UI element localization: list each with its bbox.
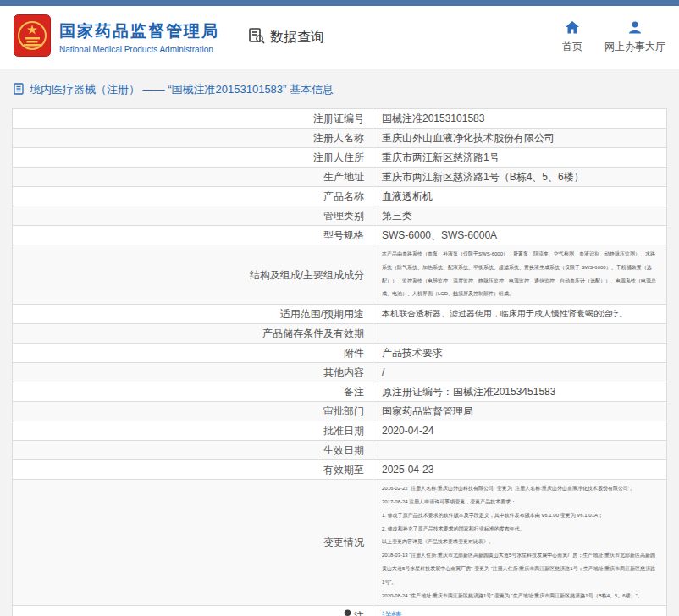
row-management-class: 管理类别 第三类 xyxy=(13,206,667,226)
field-value: 血液透析机 xyxy=(373,187,667,206)
nav-online-hall[interactable]: 网上办事大厅 xyxy=(604,21,665,54)
field-value: 本机联合透析器、滤过器使用，临床用于成人慢性肾衰竭的治疗。 xyxy=(373,305,667,324)
field-label: 生效日期 xyxy=(13,441,373,460)
row-note: 注 详情 xyxy=(13,606,667,616)
nav-home-label: 首页 xyxy=(562,40,582,54)
field-label: 注册人名称 xyxy=(13,129,373,148)
field-value: 国家药品监督管理局 xyxy=(373,402,667,421)
row-intended-use: 适用范围/预期用途 本机联合透析器、滤过器使用，临床用于成人慢性肾衰竭的治疗。 xyxy=(13,305,667,324)
row-structure-composition: 结构及组成/主要组成成分 本产品由血路系统（血泵、补液泵（仅限于SWS-6000… xyxy=(13,245,667,305)
field-value: 重庆山外山血液净化技术股份有限公司 xyxy=(373,129,667,148)
data-query-label: 数据查询 xyxy=(270,29,324,47)
field-label: 批准日期 xyxy=(13,421,373,441)
row-approval-department: 审批部门 国家药品监督管理局 xyxy=(13,402,667,421)
row-effective-date: 生效日期 xyxy=(13,441,667,460)
breadcrumb: 境内医疗器械（注册） —— “国械注准20153101583” 基本信息 xyxy=(12,69,667,108)
note-label: 注 xyxy=(354,609,364,616)
row-storage-conditions: 产品储存条件及有效期 xyxy=(13,324,667,344)
row-approval-date: 批准日期 2020-04-24 xyxy=(13,421,667,441)
details-link[interactable]: 详情 xyxy=(382,610,402,616)
field-value: 产品技术要求 xyxy=(373,344,667,363)
field-label: 变更情况 xyxy=(13,480,373,606)
field-value: SWS-6000、SWS-6000A xyxy=(373,226,667,245)
field-label: 生产地址 xyxy=(13,168,373,187)
field-value: 原注册证编号：国械注准20153451583 xyxy=(373,382,667,402)
field-label: 管理类别 xyxy=(13,206,373,226)
field-value: / xyxy=(373,363,667,382)
document-search-icon xyxy=(248,27,265,47)
registration-info-table: 注册证编号 国械注准20153101583 注册人名称 重庆山外山血液净化技术股… xyxy=(12,108,667,616)
field-label: 注 xyxy=(13,606,373,616)
field-value: 重庆市两江新区慈济路1号 xyxy=(373,148,667,168)
row-other-content: 其他内容 / xyxy=(13,363,667,382)
field-label: 注册人住所 xyxy=(13,148,373,168)
note-bulb-icon xyxy=(344,609,351,616)
field-value: 第三类 xyxy=(373,206,667,226)
field-value: 重庆市两江新区慈济路1号（B栋4、5、6楼） xyxy=(373,168,667,187)
field-label: 审批部门 xyxy=(13,402,373,421)
top-accent-bar xyxy=(0,0,679,6)
site-title: 国家药品监督管理局 xyxy=(59,20,219,42)
row-registrant-name: 注册人名称 重庆山外山血液净化技术股份有限公司 xyxy=(13,129,667,148)
field-label: 型号规格 xyxy=(13,226,373,245)
data-query-section-title: 数据查询 xyxy=(248,27,324,47)
field-label: 产品名称 xyxy=(13,187,373,206)
field-value: 2025-04-23 xyxy=(373,460,667,480)
header-nav: 首页 网上办事大厅 xyxy=(562,21,665,54)
field-value xyxy=(373,441,667,460)
row-model-spec: 型号规格 SWS-6000、SWS-6000A xyxy=(13,226,667,245)
row-registration-number: 注册证编号 国械注准20153101583 xyxy=(13,109,667,129)
row-remark: 备注 原注册证编号：国械注准20153451583 xyxy=(13,382,667,402)
row-change-history: 变更情况 2016-02-22 “注册人名称:重庆山外山科技有限公司” 变更为 … xyxy=(13,480,667,606)
row-product-name: 产品名称 血液透析机 xyxy=(13,187,667,206)
field-label: 其他内容 xyxy=(13,363,373,382)
field-value: 国械注准20153101583 xyxy=(373,109,667,129)
home-icon xyxy=(566,21,579,36)
document-icon xyxy=(14,83,24,97)
person-icon xyxy=(628,21,642,36)
nav-home[interactable]: 首页 xyxy=(562,21,582,54)
field-label: 产品储存条件及有效期 xyxy=(13,324,373,344)
row-production-address: 生产地址 重庆市两江新区慈济路1号（B栋4、5、6楼） xyxy=(13,168,667,187)
field-label: 适用范围/预期用途 xyxy=(13,305,373,324)
field-label: 备注 xyxy=(13,382,373,402)
row-attachment: 附件 产品技术要求 xyxy=(13,344,667,363)
row-registrant-address: 注册人住所 重庆市两江新区慈济路1号 xyxy=(13,148,667,168)
field-value: 本产品由血路系统（血泵、补液泵（仅限于SWS-6000）、肝素泵、阻流夹、空气检… xyxy=(373,245,667,305)
nav-hall-label: 网上办事大厅 xyxy=(604,40,665,54)
site-subtitle: National Medical Products Administration xyxy=(59,45,219,54)
field-label: 附件 xyxy=(13,344,373,363)
brand-logo-link[interactable]: 国家药品监督管理局 National Medical Products Admi… xyxy=(14,14,219,60)
field-value xyxy=(373,324,667,344)
field-label: 有效期至 xyxy=(13,460,373,480)
nmpa-emblem-icon xyxy=(14,14,51,60)
field-value: 2020-04-24 xyxy=(373,421,667,441)
field-label: 注册证编号 xyxy=(13,109,373,129)
row-valid-until: 有效期至 2025-04-23 xyxy=(13,460,667,480)
field-value: 2016-02-22 “注册人名称:重庆山外山科技有限公司” 变更为 “注册人名… xyxy=(373,480,667,606)
field-label: 结构及组成/主要组成成分 xyxy=(13,245,373,305)
breadcrumb-text[interactable]: 境内医疗器械（注册） —— “国械注准20153101583” 基本信息 xyxy=(30,82,334,97)
site-header: 国家药品监督管理局 National Medical Products Admi… xyxy=(0,6,679,69)
page-content: 境内医疗器械（注册） —— “国械注准20153101583” 基本信息 注册证… xyxy=(0,69,679,616)
